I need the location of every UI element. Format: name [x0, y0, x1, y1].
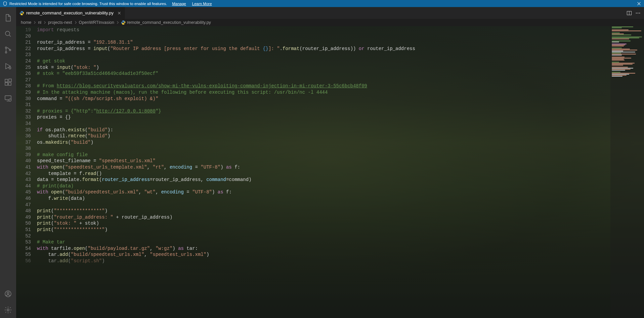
svg-point-12 — [7, 292, 9, 294]
more-actions-icon[interactable] — [635, 10, 641, 16]
banner-learn-more-link[interactable]: Learn More — [192, 2, 212, 6]
svg-rect-5 — [5, 79, 8, 82]
breadcrumb-seg[interactable]: home — [21, 20, 31, 25]
shield-icon — [3, 1, 7, 6]
banner-close-icon[interactable] — [637, 1, 641, 6]
tab-close-icon[interactable] — [117, 11, 122, 15]
chevron-right-icon — [116, 20, 120, 25]
run-debug-icon[interactable] — [0, 58, 16, 74]
svg-point-17 — [639, 12, 640, 13]
python-file-icon — [19, 11, 24, 15]
svg-point-4 — [9, 67, 11, 69]
svg-rect-6 — [5, 83, 8, 85]
banner-message: Restricted Mode is intended for safe cod… — [9, 2, 167, 6]
settings-gear-icon[interactable] — [0, 302, 16, 318]
breadcrumb-file[interactable]: remote_command_execution_vulnerability.p… — [127, 20, 211, 25]
accounts-icon[interactable] — [0, 286, 16, 302]
breadcrumb-seg[interactable]: nl — [38, 20, 41, 25]
svg-point-0 — [5, 31, 10, 36]
svg-point-1 — [5, 47, 7, 48]
explorer-icon[interactable] — [0, 10, 16, 26]
restricted-mode-banner: Restricted Mode is intended for safe cod… — [0, 0, 644, 7]
minimap[interactable] — [610, 26, 644, 318]
svg-rect-8 — [9, 79, 11, 82]
editor[interactable]: 1920212223242526272829303132333435363738… — [16, 26, 644, 318]
chevron-right-icon — [43, 20, 47, 25]
code-content[interactable]: import requestsrouter_ip_address = "192.… — [37, 26, 644, 318]
split-editor-icon[interactable] — [627, 10, 632, 16]
svg-rect-7 — [8, 83, 11, 85]
banner-manage-link[interactable]: Manage — [172, 2, 186, 6]
remote-explorer-icon[interactable] — [0, 90, 16, 106]
svg-point-16 — [638, 12, 639, 13]
tab-active[interactable]: remote_command_execution_vulnerability.p… — [16, 7, 125, 19]
search-icon[interactable] — [0, 26, 16, 42]
svg-point-13 — [7, 309, 9, 311]
breadcrumb-seg[interactable]: projects-next — [48, 20, 72, 25]
svg-point-2 — [5, 52, 7, 53]
source-control-icon[interactable] — [0, 42, 16, 58]
activity-bar — [0, 7, 16, 318]
svg-point-10 — [9, 99, 11, 101]
chevron-right-icon — [74, 20, 78, 25]
line-number-gutter: 1920212223242526272829303132333435363738… — [16, 26, 37, 318]
chevron-right-icon — [33, 20, 37, 25]
breadcrumb-seg[interactable]: OpenWRTInvasion — [79, 20, 114, 25]
svg-point-15 — [636, 12, 637, 13]
tab-title: remote_command_execution_vulnerability.p… — [26, 10, 114, 15]
tab-bar: remote_command_execution_vulnerability.p… — [16, 7, 644, 19]
extensions-icon[interactable] — [0, 74, 16, 90]
breadcrumb[interactable]: home nl projects-next OpenWRTInvasion re… — [16, 19, 644, 26]
python-file-icon — [121, 20, 126, 25]
